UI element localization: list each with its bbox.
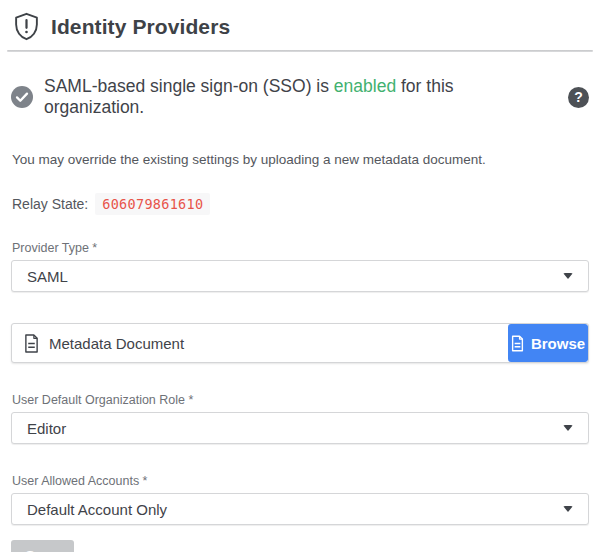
relay-state-label: Relay State: xyxy=(12,196,88,212)
org-role-field: User Default Organization Role * Editor xyxy=(11,393,589,444)
metadata-document-placeholder: Metadata Document xyxy=(49,335,184,352)
identity-providers-page: Identity Providers SAML-based single sig… xyxy=(0,0,600,552)
chevron-down-icon xyxy=(563,506,573,512)
metadata-document-drop-area[interactable]: Metadata Document xyxy=(12,324,508,362)
allowed-accounts-label: User Allowed Accounts * xyxy=(12,474,589,488)
override-description: You may override the existing settings b… xyxy=(12,152,589,167)
document-icon xyxy=(24,334,39,353)
org-role-value: Editor xyxy=(27,420,66,437)
provider-type-value: SAML xyxy=(27,268,68,285)
sso-status-row: SAML-based single sign-on (SSO) is enabl… xyxy=(11,76,589,118)
org-role-label: User Default Organization Role * xyxy=(12,393,589,407)
save-button[interactable]: Save xyxy=(11,540,74,552)
browse-button[interactable]: Browse xyxy=(508,324,588,362)
relay-state-value: 606079861610 xyxy=(95,193,210,215)
page-title: Identity Providers xyxy=(51,15,230,39)
page-header: Identity Providers xyxy=(11,10,589,41)
status-text-prefix: SAML-based single sign-on (SSO) is xyxy=(44,76,334,96)
status-enabled-highlight: enabled xyxy=(334,76,396,96)
chevron-down-icon xyxy=(563,425,573,431)
chevron-down-icon xyxy=(563,273,573,279)
metadata-document-file-input[interactable]: Metadata Document Browse xyxy=(11,323,589,363)
document-upload-icon xyxy=(511,335,524,352)
provider-type-field: Provider Type * SAML xyxy=(11,241,589,292)
allowed-accounts-field: User Allowed Accounts * Default Account … xyxy=(11,474,589,525)
header-divider xyxy=(7,50,593,52)
allowed-accounts-value: Default Account Only xyxy=(27,501,167,518)
allowed-accounts-select[interactable]: Default Account Only xyxy=(11,493,589,525)
browse-button-label: Browse xyxy=(531,335,585,352)
shield-exclamation-icon xyxy=(13,12,40,41)
relay-state-row: Relay State: 606079861610 xyxy=(12,193,589,215)
check-circle-icon xyxy=(11,86,33,108)
provider-type-label: Provider Type * xyxy=(12,241,589,255)
org-role-select[interactable]: Editor xyxy=(11,412,589,444)
sso-status-text: SAML-based single sign-on (SSO) is enabl… xyxy=(44,76,557,118)
question-circle-icon[interactable]: ? xyxy=(568,87,589,108)
provider-type-select[interactable]: SAML xyxy=(11,260,589,292)
